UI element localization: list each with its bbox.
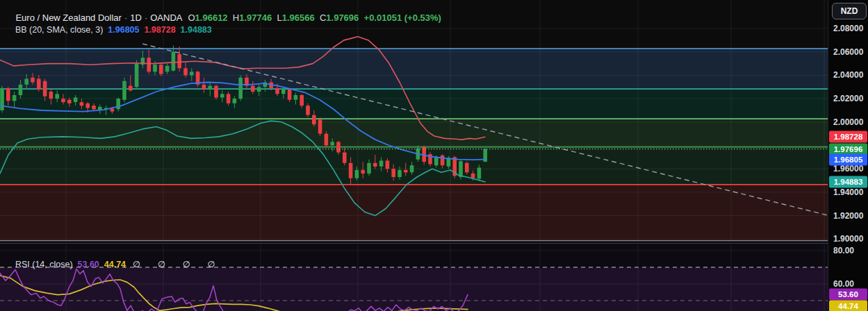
candle-body	[318, 119, 322, 133]
candle-body	[465, 163, 469, 173]
candle-body	[135, 64, 139, 87]
candle-body	[459, 161, 463, 177]
candle-body	[214, 86, 218, 98]
close-label: C	[320, 12, 326, 23]
candle-body	[361, 170, 365, 174]
rsi-axis-label: 60.00	[833, 279, 854, 289]
candle-body	[80, 102, 84, 106]
candle-body	[177, 54, 181, 68]
candle-body	[190, 72, 194, 75]
change-value: +0.01051 (+0.53%)	[364, 12, 441, 23]
pane-separator[interactable]	[0, 240, 828, 241]
close-value: 1.97696	[326, 12, 359, 23]
candle-body	[330, 142, 334, 145]
candle-body	[220, 94, 224, 97]
rsi-indicator-label[interactable]: RSI (14, close)	[15, 260, 73, 269]
candle-body	[386, 160, 390, 169]
price-axis-badge-bb-upper: 1.98728	[829, 131, 867, 143]
candle-body	[404, 170, 408, 172]
candle-body	[251, 86, 255, 92]
rsi-empty-values: ∅ ∅ ∅ ∅	[133, 260, 219, 269]
price-zone	[0, 185, 828, 242]
bb-lower-value: 1.94883	[181, 25, 212, 35]
candle-body	[355, 170, 359, 178]
candle-body	[367, 163, 371, 174]
candle-body	[257, 87, 261, 92]
candle-body	[122, 81, 126, 100]
candle-body	[325, 134, 329, 146]
candle-body	[275, 88, 279, 94]
candle-body	[172, 52, 176, 71]
candle-body	[391, 169, 395, 177]
rsi-axis-badge-rsi-ma: 44.74	[829, 301, 867, 311]
price-axis[interactable]: 2.080002.060002.040002.020002.000001.960…	[828, 0, 868, 311]
rsi-legend[interactable]: RSI (14, close) 53.60 44.74∅ ∅ ∅ ∅	[6, 249, 219, 279]
candle-body	[202, 85, 206, 90]
candle-body	[434, 157, 439, 165]
candle-body	[294, 95, 298, 100]
currency-toggle-button[interactable]: NZD	[832, 3, 867, 19]
candle-body	[477, 168, 482, 179]
price-axis-label: 1.94000	[833, 187, 863, 197]
price-axis-label: 2.06000	[833, 47, 863, 57]
candle-body	[55, 94, 59, 99]
candle-body	[281, 90, 286, 94]
candle-body	[74, 97, 78, 102]
low-label: L	[277, 12, 281, 23]
candle-body	[116, 99, 120, 109]
candle-body	[0, 88, 4, 110]
high-value: 1.97746	[239, 12, 272, 23]
candle-body	[67, 100, 72, 103]
price-axis-label: 2.00000	[833, 117, 863, 127]
rsi-axis-badge-rsi: 53.60	[829, 289, 867, 301]
price-axis-label: 2.02000	[833, 94, 863, 103]
trading-chart-window: Euro / New Zealand Dollar·1D·OANDAO1.966…	[0, 0, 868, 311]
high-label: H	[233, 12, 239, 23]
pane-separator-shadow	[0, 243, 828, 244]
price-axis-label: 1.92000	[833, 211, 863, 221]
candle-body	[110, 108, 115, 111]
candle-body	[61, 99, 65, 102]
candle-body	[471, 174, 475, 178]
candle-body	[336, 142, 341, 152]
candle-body	[349, 163, 353, 178]
candle-body	[129, 86, 133, 91]
candle-body	[306, 106, 310, 115]
candle-body	[208, 86, 212, 90]
candle-body	[85, 103, 90, 108]
candle-body	[410, 165, 414, 172]
candle-body	[153, 65, 157, 72]
bb-legend[interactable]: BB (20, SMA, close, 3) 1.96805 1.98728 1…	[6, 15, 212, 44]
candle-body	[49, 92, 54, 99]
price-axis-label: 2.04000	[833, 70, 863, 80]
price-zone	[0, 119, 828, 147]
price-axis-label: 1.96000	[833, 164, 863, 174]
candle-body	[183, 68, 188, 75]
bb-upper-value: 1.98728	[144, 25, 175, 35]
candle-body	[233, 99, 237, 103]
candle-body	[373, 163, 377, 167]
price-axis-label: 1.90000	[833, 234, 863, 244]
price-axis-label: 2.08000	[833, 24, 863, 33]
price-axis-badge-bb-basis: 1.96805	[829, 153, 867, 165]
bb-indicator-label[interactable]: BB (20, SMA, close, 3)	[15, 25, 103, 35]
candle-body	[379, 160, 384, 166]
candle-body	[441, 156, 445, 165]
rsi-axis-label: 80.00	[833, 246, 854, 255]
candle-body	[92, 106, 96, 109]
candle-body	[19, 85, 23, 95]
low-value: 1.96566	[282, 12, 315, 23]
bb-basis-value: 1.96805	[108, 25, 139, 35]
candle-body	[312, 115, 316, 125]
candle-body	[31, 78, 35, 83]
candle-body	[238, 78, 243, 99]
candle-body	[343, 153, 347, 163]
price-axis-badge-bb-lower: 1.94883	[829, 176, 867, 188]
candle-body	[147, 58, 151, 72]
candle-body	[159, 65, 163, 74]
candle-body	[13, 95, 17, 101]
candle-body	[398, 170, 402, 177]
candle-body	[6, 88, 10, 101]
rsi-value: 53.60	[78, 260, 99, 269]
candle-body	[288, 90, 292, 100]
